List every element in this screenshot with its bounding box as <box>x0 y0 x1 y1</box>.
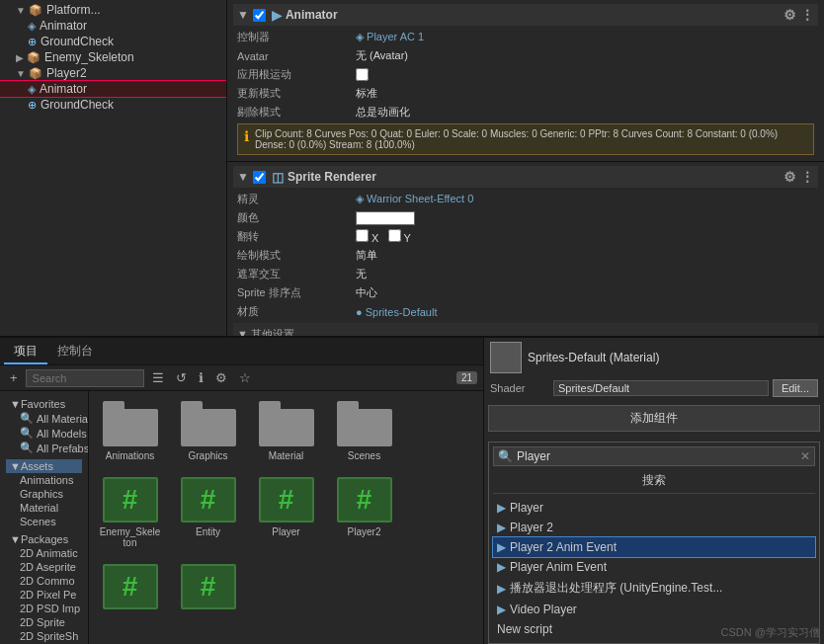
popup-search-icon: 🔍 <box>498 449 513 463</box>
popup-item-playback[interactable]: ▶ 播放器退出处理程序 (UnityEngine.Test... <box>493 577 815 600</box>
pkg-2d-psd[interactable]: 2D PSD Imp <box>6 602 82 615</box>
animator-icon: ◈ <box>28 20 36 33</box>
hierarchy-item-animator1[interactable]: ◈ Animator <box>0 18 226 34</box>
collapse-arrow[interactable]: ▼ <box>237 8 249 22</box>
animator-dots-icon[interactable]: ⋮ <box>800 7 814 23</box>
sprite-renderer-component: ▼ ◫ Sprite Renderer ⚙ ⋮ 精灵 ◈ Warrior She… <box>227 162 824 336</box>
flip-y-checkbox[interactable] <box>388 229 401 242</box>
fav-all-materials[interactable]: 🔍 All Materials <box>6 411 82 426</box>
animator-comp-icon: ▶ <box>272 8 282 23</box>
watermark: CSDN @学习实习僧 <box>721 625 820 640</box>
hash-icon-entity: # <box>181 477 236 523</box>
popup-item-video-player[interactable]: ▶ Video Player <box>493 600 815 619</box>
assets-tree-header[interactable]: ▼ Assets <box>6 459 82 473</box>
add-button[interactable]: + <box>6 368 22 387</box>
animator-gear-icon[interactable]: ⚙ <box>783 7 796 23</box>
project-search-input[interactable] <box>26 369 144 387</box>
filter-button[interactable]: ☰ <box>148 368 168 387</box>
hierarchy-item-player2[interactable]: ▼ 📦 Player2 <box>0 65 226 81</box>
animator-enable-toggle[interactable] <box>253 9 266 22</box>
arrow-fav: ▼ <box>10 398 21 410</box>
arrow-icon3: ▼ <box>16 68 26 79</box>
prop-controller: 控制器 ◈ Player AC 1 <box>233 28 818 46</box>
sprite-collapse-arrow[interactable]: ▼ <box>237 170 249 184</box>
folder-scenes[interactable]: Scenes <box>329 397 399 465</box>
folder-icon-scenes <box>337 401 392 446</box>
tab-project[interactable]: 项目 <box>4 340 47 364</box>
popup-player-anim-icon: ▶ <box>497 560 506 574</box>
shader-dropdown[interactable]: Sprites/Default <box>553 380 769 396</box>
pkg-2d-commo[interactable]: 2D Commo <box>6 574 82 588</box>
sprite-renderer-enable-toggle[interactable] <box>253 171 266 184</box>
popup-item-player-anim[interactable]: ▶ Player Anim Event <box>493 557 815 577</box>
bottom-section: 项目 控制台 + ☰ ↺ ℹ ⚙ ☆ 21 ▼ <box>0 336 824 644</box>
pkg-2d-sprite[interactable]: 2D Sprite <box>6 615 82 629</box>
project-panel: 项目 控制台 + ☰ ↺ ℹ ⚙ ☆ 21 ▼ <box>0 338 484 644</box>
folder-graphics[interactable]: Graphics <box>173 397 243 465</box>
asset-graphics[interactable]: Graphics <box>6 487 82 501</box>
hierarchy-item-groundcheck1[interactable]: ⊕ GroundCheck <box>0 34 226 49</box>
fav-all-prefabs[interactable]: 🔍 All Prefabs <box>6 441 82 455</box>
favorites-header[interactable]: ▼ Favorites <box>6 397 82 411</box>
hierarchy-item-groundcheck2[interactable]: ⊕ GroundCheck <box>0 97 226 113</box>
arrow-packages: ▼ <box>10 533 21 545</box>
popup-item-player2-anim[interactable]: ▶ Player 2 Anim Event <box>493 537 815 557</box>
edit-button[interactable]: Edit... <box>773 379 818 397</box>
sprite-renderer-dots-icon[interactable]: ⋮ <box>800 169 814 185</box>
flip-x-checkbox[interactable] <box>356 229 369 242</box>
project-sidebar: ▼ Favorites 🔍 All Materials 🔍 All Models <box>0 391 89 644</box>
packages-tree-header[interactable]: ▼ Packages <box>6 532 82 546</box>
popup-search-clear-icon[interactable]: ✕ <box>800 449 810 463</box>
folder-animations[interactable]: Animations <box>95 397 165 465</box>
pkg-2d-aseprite[interactable]: 2D Aseprite <box>6 560 82 574</box>
search-icon-prefabs: 🔍 <box>20 442 34 454</box>
tab-console[interactable]: 控制台 <box>47 340 103 364</box>
favorites-section: ▼ Favorites 🔍 All Materials 🔍 All Models <box>0 395 88 457</box>
hash-icon-player2: # <box>337 477 392 523</box>
hierarchy-item-platform[interactable]: ▼ 📦 Platform... <box>0 2 226 18</box>
file-player2[interactable]: # Player2 <box>329 473 399 552</box>
info-icon: ℹ <box>244 128 249 150</box>
gameobject-icon2: 📦 <box>27 51 41 64</box>
hierarchy-item-animator2[interactable]: ◈ Animator <box>0 81 226 97</box>
add-component-popup: 🔍 ✕ 搜索 ▶ Player ▶ Player 2 ▶ Player 2 An… <box>488 442 820 644</box>
folder-material[interactable]: Material <box>251 397 321 465</box>
file-hash-extra2[interactable]: # <box>173 560 243 617</box>
settings-button[interactable]: ⚙ <box>211 368 231 387</box>
pkg-2d-spritesh[interactable]: 2D SpriteSh <box>6 629 82 643</box>
asset-scenes[interactable]: Scenes <box>6 515 82 528</box>
color-swatch[interactable] <box>356 211 415 225</box>
add-component-button[interactable]: 添加组件 <box>488 405 820 432</box>
shader-row: Shader Sprites/Default Edit... <box>484 377 824 399</box>
refresh-button[interactable]: ↺ <box>172 368 191 387</box>
gameobject-icon: 📦 <box>29 4 42 17</box>
pkg-2d-pixel[interactable]: 2D Pixel Pe <box>6 588 82 602</box>
popup-search-input[interactable] <box>517 449 800 463</box>
pkg-2d-animatic[interactable]: 2D Animatic <box>6 546 82 560</box>
animator-icon2: ◈ <box>28 83 36 96</box>
animator-header: ▼ ▶ Animator ⚙ ⋮ <box>233 4 818 26</box>
files-grid: Animations Graphics <box>95 397 477 617</box>
file-enemy-skeleton[interactable]: # Enemy_Skeleton <box>95 473 165 552</box>
file-entity[interactable]: # Entity <box>173 473 243 552</box>
popup-item-player2[interactable]: ▶ Player 2 <box>493 518 815 537</box>
hierarchy-item-enemy[interactable]: ▶ 📦 Enemy_Skeleton <box>0 49 226 65</box>
star-button[interactable]: ☆ <box>235 368 255 387</box>
animator-component: ▼ ▶ Animator ⚙ ⋮ 控制器 ◈ Player AC 1 Avata… <box>227 0 824 162</box>
info-button[interactable]: ℹ <box>195 368 207 387</box>
popup-item-player[interactable]: ▶ Player <box>493 498 815 518</box>
sprite-renderer-gear-icon[interactable]: ⚙ <box>783 169 796 185</box>
hash-icon-extra1: # <box>103 564 158 609</box>
fav-all-models[interactable]: 🔍 All Models <box>6 426 82 441</box>
inspector-panel: ▼ ▶ Animator ⚙ ⋮ 控制器 ◈ Player AC 1 Avata… <box>227 0 824 336</box>
prop-cull-mode: 剔除模式 总是动画化 <box>233 103 818 121</box>
file-hash-extra1[interactable]: # <box>95 560 165 617</box>
apply-root-checkbox[interactable] <box>356 68 369 81</box>
popup-player-icon: ▶ <box>497 501 506 515</box>
gameobject-icon3: 📦 <box>29 67 42 80</box>
popup-player2-anim-icon: ▶ <box>497 540 506 554</box>
asset-animations[interactable]: Animations <box>6 473 82 487</box>
hash-icon-enemy: # <box>103 477 158 523</box>
asset-material[interactable]: Material <box>6 501 82 515</box>
file-player[interactable]: # Player <box>251 473 321 552</box>
